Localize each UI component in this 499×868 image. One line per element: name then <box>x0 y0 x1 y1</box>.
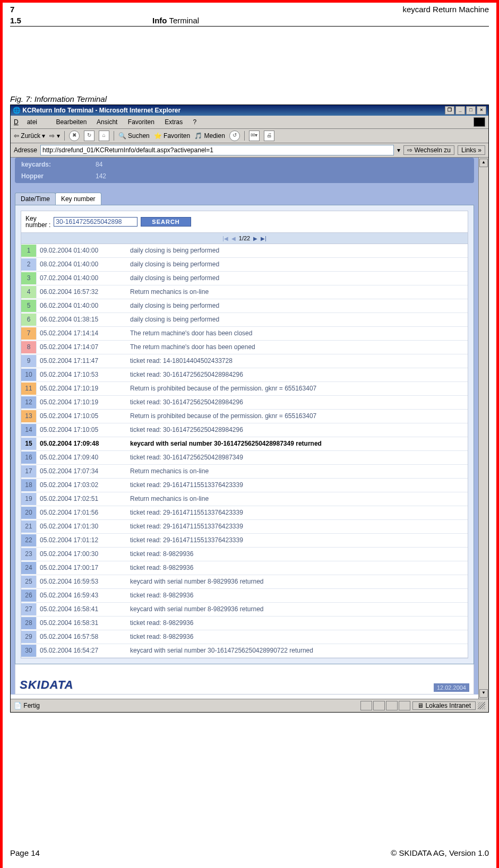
row-index: 27 <box>21 603 37 615</box>
keycards-value: 84 <box>96 161 102 168</box>
print-icon[interactable]: 🖨 <box>264 131 274 141</box>
row-message: daily closing is being performed <box>125 258 468 271</box>
resize-grip-icon[interactable] <box>478 702 485 709</box>
search-panel: Key number : SEARCH |◀ ◀ 1/22 ▶ ▶| <box>15 205 474 664</box>
section-title-rest: Terminal <box>167 16 200 25</box>
log-row: 805.02.2004 17:14:07The return machine's… <box>21 341 468 354</box>
menu-help[interactable]: ? <box>193 118 197 126</box>
status-bar: 📄 Fertig 🖥 Lokales Intranet <box>11 699 488 712</box>
search-button[interactable]: 🔍 Suchen <box>118 132 150 140</box>
url-input[interactable] <box>40 145 394 155</box>
keynumber-label: Key number : <box>25 215 50 228</box>
log-row: 1705.02.2004 17:07:34Return mechanics is… <box>21 465 468 479</box>
row-index: 24 <box>21 562 37 574</box>
row-datetime: 05.02.2004 16:57:58 <box>37 631 125 643</box>
log-row: 1105.02.2004 17:10:19Return is prohibite… <box>21 382 468 396</box>
pager-first-icon[interactable]: |◀ <box>222 236 228 241</box>
row-index: 16 <box>21 452 37 464</box>
refresh-icon[interactable]: ↻ <box>84 131 94 141</box>
row-datetime: 05.02.2004 17:00:30 <box>37 548 125 560</box>
row-message: ticket read: 8-9829936 <box>125 589 468 602</box>
scroll-up-icon[interactable]: ▲ <box>479 159 488 167</box>
row-message: ticket read: 29-16147115513376423339 <box>125 534 468 546</box>
log-row: 1305.02.2004 17:10:05Return is prohibite… <box>21 410 468 423</box>
log-row: 2105.02.2004 17:01:30ticket read: 29-161… <box>21 520 468 534</box>
media-button[interactable]: 🎵 Medien <box>194 132 225 140</box>
row-datetime: 05.02.2004 17:10:19 <box>37 383 125 395</box>
menu-edit[interactable]: Bearbeiten <box>56 118 87 126</box>
security-zone: 🖥 Lokales Intranet <box>412 701 476 710</box>
mail-icon[interactable]: ✉▾ <box>249 131 260 141</box>
row-message: ticket read: 30-16147256250428984296 <box>125 424 468 436</box>
back-button[interactable]: ⇦ Zurück ▾ <box>14 132 45 140</box>
pager-next-icon[interactable]: ▶ <box>253 236 257 241</box>
search-button[interactable]: SEARCH <box>141 217 191 227</box>
vertical-scrollbar[interactable]: ▲ ▼ <box>478 158 488 699</box>
menu-favorites[interactable]: Favoriten <box>128 118 154 126</box>
section-number: 1.5 <box>10 16 152 25</box>
pager: |◀ ◀ 1/22 ▶ ▶| <box>21 233 468 244</box>
tab-datetime[interactable]: Date/Time <box>15 193 56 205</box>
links-button[interactable]: Links » <box>458 145 485 155</box>
hopper-value: 142 <box>96 172 106 180</box>
row-index: 20 <box>21 507 37 519</box>
stop-icon[interactable]: ✖ <box>69 131 80 141</box>
tab-strip: Date/Time Key number <box>15 193 474 205</box>
row-index: 29 <box>21 631 37 643</box>
row-index: 9 <box>21 355 37 367</box>
forward-button[interactable]: ⇨ ▾ <box>49 132 59 140</box>
favorites-button[interactable]: ⭐ Favoriten <box>154 132 190 140</box>
menu-extras[interactable]: Extras <box>165 118 183 126</box>
row-datetime: 05.02.2004 16:58:31 <box>37 617 125 629</box>
restore-icon[interactable]: ❐ <box>445 106 454 115</box>
log-row: 1205.02.2004 17:10:19ticket read: 30-161… <box>21 396 468 410</box>
row-index: 7 <box>21 327 37 340</box>
hopper-label: Hopper <box>21 172 96 180</box>
row-datetime: 06.02.2004 16:57:32 <box>37 286 125 298</box>
history-icon[interactable]: ↺ <box>229 131 240 141</box>
keynumber-input[interactable] <box>54 217 137 227</box>
status-text: Fertig <box>23 702 40 709</box>
row-datetime: 08.02.2004 01:40:00 <box>37 258 125 271</box>
log-row: 905.02.2004 17:11:47ticket read: 14-1801… <box>21 354 468 368</box>
row-index: 28 <box>21 617 37 629</box>
app-footer: SKIDATA 12.02.2004 <box>15 664 474 695</box>
log-row: 1505.02.2004 17:09:48keycard with serial… <box>21 437 468 451</box>
row-datetime: 05.02.2004 16:58:41 <box>37 603 125 615</box>
maximize-icon[interactable]: □ <box>466 106 476 115</box>
minimize-icon[interactable]: _ <box>455 106 465 115</box>
row-index: 18 <box>21 479 37 491</box>
url-dropdown-icon[interactable]: ▾ <box>397 146 400 154</box>
log-row: 1405.02.2004 17:10:05ticket read: 30-161… <box>21 423 468 437</box>
row-message: ticket read: 30-16147256250428984296 <box>125 369 468 381</box>
home-icon[interactable]: ⌂ <box>99 131 109 141</box>
go-button[interactable]: ⇨ Wechseln zu <box>403 145 454 155</box>
row-datetime: 05.02.2004 17:11:47 <box>37 355 125 367</box>
log-row: 1005.02.2004 17:10:53ticket read: 30-161… <box>21 368 468 382</box>
close-icon[interactable]: × <box>477 106 486 115</box>
row-index: 22 <box>21 534 37 546</box>
log-row: 2705.02.2004 16:58:41keycard with serial… <box>21 603 468 617</box>
row-index: 30 <box>21 645 37 657</box>
app-content: keycards: 84 Hopper 142 Date/Time Key nu… <box>11 158 478 695</box>
menu-file[interactable]: Datei <box>14 118 46 126</box>
pager-last-icon[interactable]: ▶| <box>261 236 266 241</box>
pager-prev-icon[interactable]: ◀ <box>231 236 236 241</box>
tab-keynumber[interactable]: Key number <box>55 193 101 205</box>
log-row: 506.02.2004 01:40:00daily closing is bei… <box>21 299 468 313</box>
menu-view[interactable]: Ansicht <box>97 118 117 126</box>
scroll-down-icon[interactable]: ▼ <box>479 689 488 698</box>
log-row: 307.02.2004 01:40:00daily closing is bei… <box>21 272 468 285</box>
window-title: KCReturn Info Terminal - Microsoft Inter… <box>22 107 180 114</box>
row-datetime: 09.02.2004 01:40:00 <box>37 245 125 257</box>
row-index: 13 <box>21 410 37 422</box>
row-index: 8 <box>21 341 37 353</box>
chapter-number: 7 <box>10 5 14 14</box>
row-message: ticket read: 30-16147256250428987349 <box>125 452 468 464</box>
row-datetime: 05.02.2004 17:02:51 <box>37 493 125 505</box>
row-index: 1 <box>21 245 37 257</box>
row-message: daily closing is being performed <box>125 245 468 257</box>
chapter-title: keycard Return Machine <box>402 5 489 14</box>
row-message: Return is prohibited because of the perm… <box>125 410 468 422</box>
log-row: 109.02.2004 01:40:00daily closing is bei… <box>21 244 468 258</box>
